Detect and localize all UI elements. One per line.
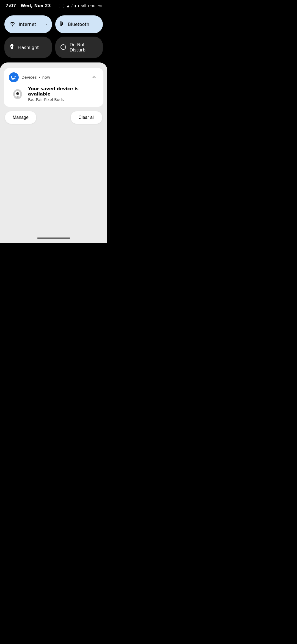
notification-area: Devices • now <box>0 62 107 233</box>
svg-point-12 <box>16 96 19 98</box>
bluetooth-tile-icon <box>60 21 65 28</box>
notification-collapse-button[interactable] <box>90 73 98 82</box>
svg-rect-5 <box>12 76 15 78</box>
battery-label: Until 1:30 PM <box>78 4 102 8</box>
notification-text: Your saved device is available FastPair-… <box>28 86 98 102</box>
notification-card-fastpair: Devices • now <box>4 68 103 107</box>
status-bar: 7:07 Wed, Nov 23 ⋮⋮ ▲ ╱ ▮ Until 1:30 PM <box>0 0 107 10</box>
devices-app-icon <box>9 72 19 82</box>
svg-point-11 <box>16 92 19 95</box>
notif-app-name: Devices <box>21 75 37 80</box>
notif-dot: • <box>38 75 40 80</box>
bluetooth-label: Bluetooth <box>68 22 98 27</box>
pixel-buds-icon <box>11 88 24 101</box>
dnd-tile-icon <box>60 44 66 51</box>
notification-app-info: Devices • now <box>9 72 50 82</box>
flashlight-tile[interactable]: Flashlight <box>4 37 52 58</box>
svg-rect-6 <box>15 77 16 78</box>
dnd-label: Do Not Disturb <box>70 42 98 53</box>
status-icons: ⋮⋮ ▲ ╱ ▮ Until 1:30 PM <box>58 4 102 8</box>
svg-rect-0 <box>11 44 13 45</box>
manage-button[interactable]: Manage <box>5 111 36 124</box>
quick-settings-panel: Internet › Bluetooth Flashlight <box>0 10 107 62</box>
bluetooth-tile[interactable]: Bluetooth <box>55 15 103 33</box>
date: Wed, Nov 23 <box>21 3 51 8</box>
battery-icon: ▮ <box>75 4 76 8</box>
flashlight-tile-icon <box>9 44 14 51</box>
time: 7:07 <box>6 3 16 8</box>
notif-time: now <box>42 75 50 80</box>
vibrate-icon: ⋮⋮ <box>58 4 65 8</box>
internet-chevron-icon: › <box>45 22 47 27</box>
notification-header: Devices • now <box>9 72 98 82</box>
status-time-date: 7:07 Wed, Nov 23 <box>6 3 51 8</box>
wifi-icon: ▲ <box>67 4 69 8</box>
notification-body: Your saved device is available FastPair-… <box>9 86 98 102</box>
clear-all-button[interactable]: Clear all <box>71 111 102 124</box>
notification-actions: Manage Clear all <box>4 111 103 124</box>
wifi-tile-icon <box>9 21 15 27</box>
notif-subtitle: FastPair-Pixel Buds <box>28 97 98 102</box>
svg-point-2 <box>11 46 12 47</box>
internet-label: Internet <box>19 22 42 27</box>
home-indicator <box>37 238 70 239</box>
dnd-tile[interactable]: Do Not Disturb <box>55 37 103 58</box>
signal-icon: ╱ <box>71 4 73 8</box>
notif-title: Your saved device is available <box>28 86 98 97</box>
svg-rect-1 <box>11 48 13 49</box>
notification-meta: Devices • now <box>21 75 50 80</box>
flashlight-label: Flashlight <box>18 45 47 50</box>
internet-tile[interactable]: Internet › <box>4 15 52 33</box>
